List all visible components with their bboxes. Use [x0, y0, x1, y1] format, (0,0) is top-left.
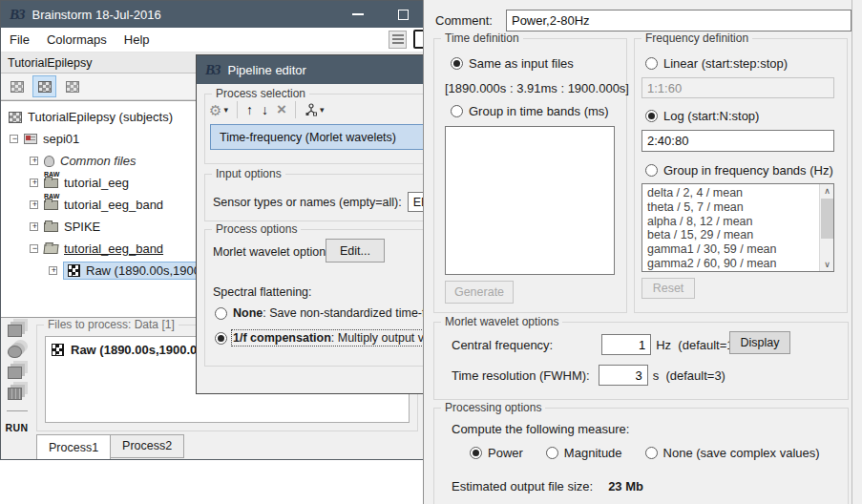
radio-spectral-1f[interactable]: 1/f compensation: Multiply output v	[215, 331, 424, 345]
collapse-toggle-icon[interactable]	[10, 135, 18, 143]
scroll-thumb[interactable]	[821, 199, 833, 239]
radio-power[interactable]: Power	[470, 446, 523, 460]
minimize-button[interactable]	[337, 1, 379, 28]
scroll-down-icon[interactable]: ∨	[820, 258, 834, 271]
radio-icon[interactable]	[645, 447, 658, 459]
reset-button[interactable]: Reset	[641, 278, 695, 299]
process-matrix-icon[interactable]	[8, 388, 22, 400]
process-options-label: Process options	[212, 222, 301, 236]
protocol-tab[interactable]: TutorialEpilepsy	[1, 54, 101, 73]
radio-label: 1/f compensation: Multiply output v	[233, 331, 424, 345]
radio-none-complex[interactable]: None (save complex values)	[645, 446, 820, 460]
collapse-toggle-icon[interactable]	[30, 244, 38, 253]
comment-label: Comment:	[435, 13, 493, 28]
common-files-icon	[44, 156, 54, 167]
morlet-options-label: Morlet wavelet options	[441, 315, 562, 328]
process-sources-icon[interactable]	[8, 346, 22, 358]
tree-label: tutorial_eeg_band	[64, 198, 163, 212]
radio-frequency-bands[interactable]: Group in frequency bands (Hz)	[645, 163, 833, 178]
add-process-button[interactable]: ⚙ ▾	[209, 103, 228, 117]
radio-label: Power	[488, 446, 523, 460]
move-up-button[interactable]: ↑	[246, 102, 253, 117]
band-item[interactable]: beta / 15, 29 / mean	[647, 228, 833, 242]
process-timefreq-icon[interactable]	[8, 367, 22, 379]
tab-process1[interactable]: Process1	[36, 434, 111, 460]
log-range-input[interactable]	[641, 130, 834, 152]
radio-log[interactable]: Log (start:N:stop)	[645, 109, 759, 123]
expand-toggle-icon[interactable]	[30, 222, 38, 231]
radio-spectral-none[interactable]: None: Save non-standardized time-fr	[215, 306, 430, 320]
run-button[interactable]: RUN	[5, 422, 28, 433]
radio-selected-icon[interactable]	[645, 110, 658, 122]
frequency-definition-label: Frequency definition	[641, 32, 752, 45]
delete-process-button[interactable]: ×	[277, 103, 286, 116]
window-layout-button[interactable]	[389, 31, 407, 49]
comment-input[interactable]	[506, 10, 851, 32]
radio-icon[interactable]	[215, 307, 227, 320]
menu-colormaps[interactable]: Colormaps	[38, 29, 116, 51]
central-frequency-label: Central frequency:	[452, 338, 553, 352]
time-resolution-input[interactable]	[599, 365, 648, 386]
radio-label: Magnitude	[564, 446, 622, 460]
radio-selected-icon[interactable]	[470, 447, 482, 459]
file-item-label: Raw (1890.00s,1900.00s)	[71, 343, 215, 357]
radio-icon[interactable]	[546, 447, 558, 459]
measure-label: Compute the following measure:	[452, 422, 629, 436]
tab-process2[interactable]: Process2	[110, 434, 184, 458]
process-list[interactable]: Time-frequency (Morlet wavelets)	[210, 124, 451, 150]
process-type-strip: RUN	[1, 319, 32, 460]
display-button[interactable]: Display	[729, 331, 790, 354]
band-item[interactable]: gamma2 / 60, 90 / mean	[647, 257, 833, 271]
scrollbar[interactable]: ∧ ∨	[819, 184, 833, 271]
central-frequency-unit: Hz (default=1)	[656, 338, 738, 352]
radio-selected-icon[interactable]	[451, 57, 463, 70]
minimize-icon	[352, 13, 364, 15]
time-resolution-row: Time resolution (FWHM): s (default=3)	[452, 365, 725, 386]
selected-process-item[interactable]: Time-frequency (Morlet wavelets)	[211, 125, 450, 149]
caret-down-icon: ▾	[320, 105, 325, 115]
expand-toggle-icon[interactable]	[30, 200, 38, 209]
expand-toggle-icon[interactable]	[49, 266, 57, 275]
band-item[interactable]: theta / 5, 7 / mean	[647, 200, 833, 215]
menu-help[interactable]: Help	[116, 29, 158, 51]
pipeline-menu-button[interactable]: ▾	[305, 103, 325, 116]
band-item[interactable]: alpha / 8, 12 / mean	[647, 215, 833, 229]
band-item[interactable]: gamma1 / 30, 59 / mean	[647, 242, 833, 257]
radio-icon[interactable]	[645, 164, 658, 177]
radio-icon[interactable]	[451, 105, 463, 117]
raw-badge: RAW	[44, 193, 59, 200]
tree-label: sepi01	[43, 132, 79, 146]
protocol-icon	[9, 112, 22, 123]
db-subjects-button[interactable]	[32, 75, 56, 97]
frequency-bands-list[interactable]: delta / 2, 4 / mean theta / 5, 7 / mean …	[641, 183, 834, 272]
radio-group-time-bands[interactable]: Group in time bands (ms)	[451, 104, 609, 118]
menu-file[interactable]: File	[1, 29, 38, 51]
main-title-bar: B3 Brainstorm 18-Jul-2016	[1, 1, 423, 28]
time-bands-list[interactable]	[445, 126, 615, 275]
raw-folder-icon: RAW	[44, 200, 58, 210]
process-recordings-icon[interactable]	[8, 325, 22, 337]
band-item[interactable]: delta / 2, 4 / mean	[647, 186, 833, 200]
process-selection-label: Process selection	[212, 87, 309, 100]
expand-toggle-icon[interactable]	[30, 178, 38, 187]
radio-magnitude[interactable]: Magnitude	[546, 446, 622, 460]
radio-selected-icon[interactable]	[215, 332, 227, 345]
brainstorm-logo-icon: B3	[205, 62, 221, 78]
central-frequency-input[interactable]	[601, 334, 651, 355]
radio-same-as-input[interactable]: Same as input files	[451, 56, 574, 71]
scroll-up-icon[interactable]: ∧	[820, 184, 834, 198]
expand-toggle-icon[interactable]	[30, 157, 38, 165]
edit-button[interactable]: Edit...	[326, 239, 385, 262]
measure-radio-row: Power Magnitude None (save complex value…	[470, 446, 820, 460]
maximize-button[interactable]	[382, 1, 424, 28]
caret-down-icon: ▾	[223, 105, 228, 115]
radio-icon[interactable]	[645, 57, 658, 70]
db-conditions-button[interactable]	[60, 75, 84, 97]
generate-button[interactable]: Generate	[445, 281, 514, 304]
db-anatomy-button[interactable]	[5, 75, 29, 97]
radio-linear[interactable]: Linear (start:step:stop)	[645, 56, 788, 71]
tree-label: tutorial_eeg	[64, 176, 129, 190]
move-down-button[interactable]: ↓	[262, 102, 268, 117]
files-group-label: Files to process: Data [1]	[44, 318, 179, 331]
linear-range-input[interactable]	[641, 77, 834, 98]
